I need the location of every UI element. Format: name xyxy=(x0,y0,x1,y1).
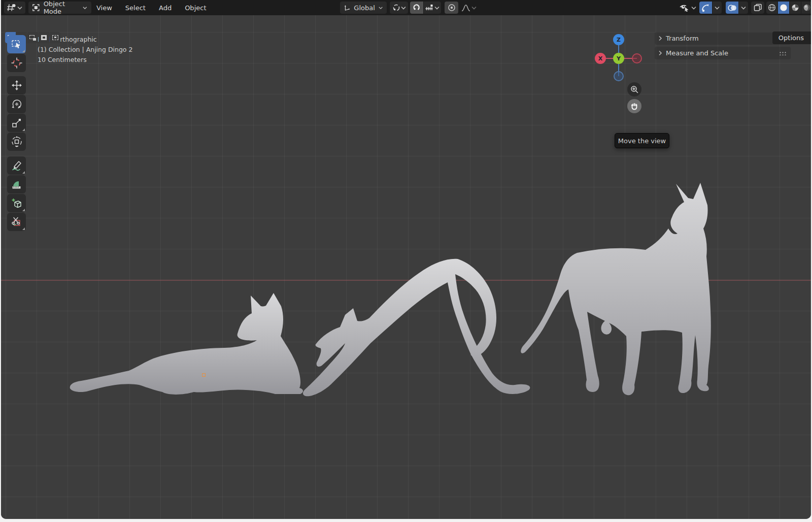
tool-move[interactable] xyxy=(7,76,26,94)
scale-icon xyxy=(11,117,22,128)
dingo-models[interactable] xyxy=(1,0,811,519)
snap-with-dropdown[interactable] xyxy=(424,2,441,14)
select-mode-intersect-button[interactable] xyxy=(50,32,60,43)
chevron-down-icon xyxy=(434,6,439,10)
proportional-editing-toggle[interactable] xyxy=(445,2,458,14)
gizmo-axis-z-negative[interactable] xyxy=(614,71,624,81)
chevron-down-icon xyxy=(471,6,477,10)
chevron-down-icon xyxy=(379,6,383,10)
orientation-dropdown[interactable]: Global xyxy=(340,2,387,14)
chevron-right-icon xyxy=(659,51,662,56)
tooltip: Move the view xyxy=(615,133,669,148)
chevron-down-icon xyxy=(741,6,746,10)
options-label: Options xyxy=(779,34,804,42)
tool-scale[interactable] xyxy=(7,114,26,132)
tool-cursor[interactable] xyxy=(7,54,26,72)
panel-label: Measure and Scale xyxy=(666,49,779,57)
panel-measure-and-scale[interactable]: Measure and Scale xyxy=(655,47,791,59)
falloff-dropdown[interactable] xyxy=(459,2,479,14)
shading-material-button[interactable] xyxy=(790,2,801,14)
measure-icon xyxy=(11,179,22,190)
gizmo-axis-y-positive[interactable]: Y xyxy=(613,53,624,64)
tool-measure[interactable] xyxy=(7,175,26,193)
overlays-dropdown[interactable] xyxy=(739,2,748,14)
dingo-stretching xyxy=(303,259,530,397)
panel-grip-icon[interactable] xyxy=(779,51,787,55)
zoom-icon xyxy=(630,85,639,94)
mode-dropdown[interactable]: Object Mode xyxy=(28,2,91,14)
orientation-axis-icon xyxy=(344,4,350,12)
chevron-down-icon xyxy=(715,6,720,10)
tool-annotate[interactable] xyxy=(7,156,26,175)
show-overlays-toggle[interactable] xyxy=(726,2,738,14)
chevron-down-icon xyxy=(401,6,406,10)
tool-select-box[interactable] xyxy=(7,35,26,53)
snap-with-icon xyxy=(425,4,434,12)
grid-scale-text: 10 Centimeters xyxy=(38,55,132,65)
mode-label: Object Mode xyxy=(44,0,79,15)
editor-type-button[interactable] xyxy=(4,2,25,14)
object-mode-icon xyxy=(32,4,40,12)
gizmo-axis-x-positive[interactable]: X xyxy=(595,53,606,64)
tool-transform[interactable] xyxy=(7,133,26,151)
shading-rendered-button[interactable] xyxy=(801,2,811,14)
rotate-icon xyxy=(11,99,22,110)
move-view-button[interactable] xyxy=(627,99,641,113)
show-gizmo-toggle[interactable] xyxy=(699,2,712,14)
menu-add[interactable]: Add xyxy=(159,4,172,12)
gizmo-axis-z-positive[interactable]: Z xyxy=(613,34,624,45)
gizmo-axis-x-negative[interactable] xyxy=(632,53,642,63)
pivot-icon xyxy=(392,4,400,12)
add-cube-icon xyxy=(11,198,22,209)
visibility-icon xyxy=(680,4,690,12)
dingo-standing xyxy=(521,183,711,395)
chevron-right-icon xyxy=(659,36,662,41)
tool-add-cube[interactable] xyxy=(7,194,26,212)
magnet-icon xyxy=(413,4,421,12)
scissors-cut-icon xyxy=(11,216,22,227)
gizmo-icon xyxy=(701,4,710,12)
select-mode-subtract-button[interactable] xyxy=(27,32,38,43)
tooltip-text: Move the view xyxy=(618,137,666,145)
origin-dot xyxy=(202,373,206,377)
move-icon xyxy=(11,80,22,91)
snap-toggle[interactable] xyxy=(410,2,423,14)
3d-cursor-icon xyxy=(11,57,22,69)
collection-object-text: (1) Collection | Anjing Dingo 2 xyxy=(38,45,132,55)
editor-type-icon xyxy=(7,4,16,12)
falloff-curve-icon xyxy=(461,4,470,12)
annotate-pencil-icon xyxy=(11,160,22,171)
tool-cut[interactable] xyxy=(7,213,26,231)
menu-select[interactable]: Select xyxy=(125,4,146,12)
viewport-header: Object Mode View Select Add Object Globa… xyxy=(1,0,811,15)
overlays-icon xyxy=(728,4,737,12)
menu-view[interactable]: View xyxy=(96,4,112,12)
header-menus: View Select Add Object xyxy=(96,0,206,15)
xray-icon xyxy=(754,4,762,12)
shading-solid-icon xyxy=(780,4,788,12)
shading-solid-button[interactable] xyxy=(778,2,789,14)
xray-toggle[interactable] xyxy=(751,2,764,14)
menu-object[interactable]: Object xyxy=(185,4,206,12)
shading-material-icon xyxy=(791,4,799,12)
3d-viewport[interactable]: Back Orthographic (1) Collection | Anjin… xyxy=(1,15,811,519)
blender-window: Back Orthographic (1) Collection | Anjin… xyxy=(0,0,812,522)
hand-icon xyxy=(630,102,639,111)
options-tab[interactable]: Options xyxy=(772,31,811,44)
gizmo-dropdown[interactable] xyxy=(713,2,722,14)
tool-rotate[interactable] xyxy=(7,95,26,113)
orientation-label: Global xyxy=(354,4,375,12)
zoom-view-button[interactable] xyxy=(627,82,641,96)
select-mode-invert-button[interactable] xyxy=(39,32,49,43)
visibility-dropdown[interactable] xyxy=(677,2,698,14)
shading-wireframe-icon xyxy=(768,4,776,12)
dingo-lying xyxy=(70,293,303,395)
panel-transform[interactable]: Transform xyxy=(655,32,791,45)
shading-rendered-icon xyxy=(803,4,811,12)
pivot-dropdown[interactable] xyxy=(390,2,408,14)
transform-icon xyxy=(11,136,22,147)
chevron-down-icon xyxy=(83,6,87,10)
panel-label: Transform xyxy=(666,35,779,42)
navigation-gizmo[interactable]: Z X Y xyxy=(590,30,651,86)
shading-wireframe-button[interactable] xyxy=(766,2,777,14)
